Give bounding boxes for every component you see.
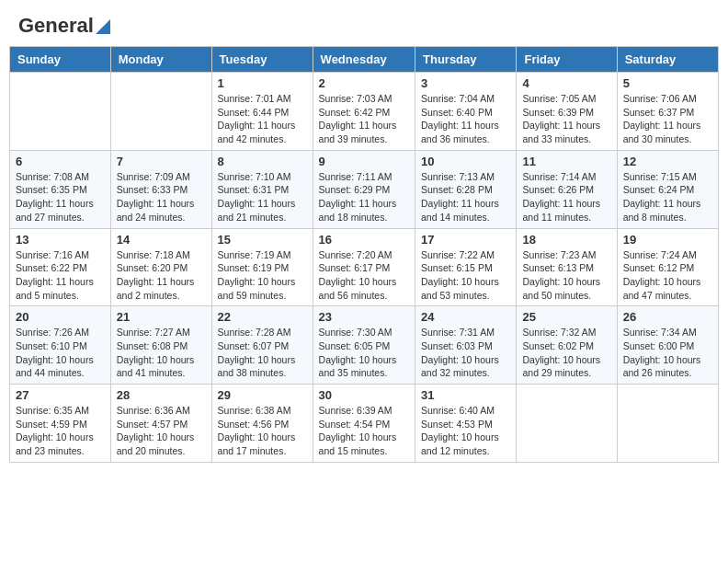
calendar-header-row: SundayMondayTuesdayWednesdayThursdayFrid…	[10, 47, 719, 73]
calendar-cell: 29Sunrise: 6:38 AMSunset: 4:56 PMDayligh…	[211, 385, 313, 463]
header-monday: Monday	[110, 47, 211, 73]
day-number: 20	[16, 310, 105, 324]
day-info: Sunrise: 7:34 AMSunset: 6:00 PMDaylight:…	[623, 326, 712, 380]
calendar-cell: 24Sunrise: 7:31 AMSunset: 6:03 PMDayligh…	[415, 306, 517, 385]
day-number: 14	[117, 233, 206, 247]
day-info: Sunrise: 6:36 AMSunset: 4:57 PMDaylight:…	[117, 404, 206, 458]
header-friday: Friday	[517, 47, 617, 73]
day-info: Sunrise: 7:23 AMSunset: 6:13 PMDaylight:…	[522, 248, 610, 303]
calendar-cell: 12Sunrise: 7:15 AMSunset: 6:24 PMDayligh…	[617, 150, 718, 228]
calendar-cell: 20Sunrise: 7:26 AMSunset: 6:10 PMDayligh…	[10, 306, 111, 385]
day-info: Sunrise: 7:16 AMSunset: 6:22 PMDaylight:…	[16, 248, 105, 303]
day-number: 27	[16, 388, 105, 402]
day-info: Sunrise: 7:26 AMSunset: 6:10 PMDaylight:…	[16, 326, 105, 380]
calendar-cell: 3Sunrise: 7:04 AMSunset: 6:40 PMDaylight…	[415, 73, 517, 151]
day-info: Sunrise: 7:03 AMSunset: 6:42 PMDaylight:…	[319, 92, 409, 146]
day-number: 30	[319, 388, 409, 402]
calendar-cell: 30Sunrise: 6:39 AMSunset: 4:54 PMDayligh…	[313, 385, 415, 463]
day-number: 7	[117, 155, 206, 168]
day-number: 1	[218, 76, 307, 90]
day-info: Sunrise: 6:39 AMSunset: 4:54 PMDaylight:…	[319, 404, 409, 458]
header-thursday: Thursday	[415, 47, 517, 73]
day-info: Sunrise: 7:06 AMSunset: 6:37 PMDaylight:…	[623, 92, 712, 146]
day-number: 31	[421, 388, 510, 402]
calendar-cell: 10Sunrise: 7:13 AMSunset: 6:28 PMDayligh…	[415, 150, 517, 228]
day-number: 21	[117, 310, 206, 324]
calendar-cell: 2Sunrise: 7:03 AMSunset: 6:42 PMDaylight…	[313, 73, 415, 151]
header-sunday: Sunday	[10, 47, 111, 73]
calendar-cell: 7Sunrise: 7:09 AMSunset: 6:33 PMDaylight…	[110, 150, 211, 228]
day-info: Sunrise: 7:22 AMSunset: 6:15 PMDaylight:…	[421, 248, 510, 303]
svg-marker-0	[96, 19, 110, 34]
day-number: 9	[319, 155, 409, 168]
day-number: 8	[218, 155, 307, 168]
day-info: Sunrise: 7:15 AMSunset: 6:24 PMDaylight:…	[623, 170, 712, 224]
calendar-cell: 13Sunrise: 7:16 AMSunset: 6:22 PMDayligh…	[10, 228, 111, 306]
day-info: Sunrise: 7:08 AMSunset: 6:35 PMDaylight:…	[16, 170, 105, 224]
day-number: 28	[117, 388, 206, 402]
day-number: 17	[421, 233, 510, 247]
day-number: 22	[218, 310, 307, 324]
calendar-cell	[110, 73, 211, 151]
calendar-cell: 19Sunrise: 7:24 AMSunset: 6:12 PMDayligh…	[617, 228, 718, 306]
day-number: 16	[319, 233, 409, 247]
calendar-week-row: 13Sunrise: 7:16 AMSunset: 6:22 PMDayligh…	[10, 228, 719, 306]
day-info: Sunrise: 7:31 AMSunset: 6:03 PMDaylight:…	[421, 326, 510, 380]
calendar-cell: 1Sunrise: 7:01 AMSunset: 6:44 PMDaylight…	[211, 73, 313, 151]
logo-arrow	[96, 19, 110, 38]
day-number: 25	[522, 310, 610, 324]
day-info: Sunrise: 7:32 AMSunset: 6:02 PMDaylight:…	[522, 326, 610, 380]
day-info: Sunrise: 7:30 AMSunset: 6:05 PMDaylight:…	[319, 326, 409, 380]
calendar-cell: 21Sunrise: 7:27 AMSunset: 6:08 PMDayligh…	[110, 306, 211, 385]
calendar-cell: 17Sunrise: 7:22 AMSunset: 6:15 PMDayligh…	[415, 228, 517, 306]
day-info: Sunrise: 6:35 AMSunset: 4:59 PMDaylight:…	[16, 404, 105, 458]
day-number: 13	[16, 233, 105, 247]
day-info: Sunrise: 6:38 AMSunset: 4:56 PMDaylight:…	[218, 404, 307, 458]
calendar-cell: 8Sunrise: 7:10 AMSunset: 6:31 PMDaylight…	[211, 150, 313, 228]
day-number: 29	[218, 388, 307, 402]
day-number: 18	[522, 233, 610, 247]
day-info: Sunrise: 7:11 AMSunset: 6:29 PMDaylight:…	[319, 170, 409, 224]
calendar-cell: 5Sunrise: 7:06 AMSunset: 6:37 PMDaylight…	[617, 73, 718, 151]
day-info: Sunrise: 6:40 AMSunset: 4:53 PMDaylight:…	[421, 404, 510, 458]
calendar-table: SundayMondayTuesdayWednesdayThursdayFrid…	[9, 46, 719, 463]
calendar-cell: 6Sunrise: 7:08 AMSunset: 6:35 PMDaylight…	[10, 150, 111, 228]
day-info: Sunrise: 7:04 AMSunset: 6:40 PMDaylight:…	[421, 92, 510, 146]
header-wednesday: Wednesday	[313, 47, 415, 73]
day-number: 26	[623, 310, 712, 324]
day-info: Sunrise: 7:27 AMSunset: 6:08 PMDaylight:…	[117, 326, 206, 380]
day-number: 10	[421, 155, 510, 168]
day-info: Sunrise: 7:13 AMSunset: 6:28 PMDaylight:…	[421, 170, 510, 224]
day-number: 11	[522, 155, 610, 168]
calendar-cell: 23Sunrise: 7:30 AMSunset: 6:05 PMDayligh…	[313, 306, 415, 385]
calendar-cell: 15Sunrise: 7:19 AMSunset: 6:19 PMDayligh…	[211, 228, 313, 306]
logo: General	[18, 14, 110, 34]
calendar-cell	[617, 385, 718, 463]
calendar-week-row: 20Sunrise: 7:26 AMSunset: 6:10 PMDayligh…	[10, 306, 719, 385]
day-number: 15	[218, 233, 307, 247]
header-saturday: Saturday	[617, 47, 718, 73]
calendar-cell: 11Sunrise: 7:14 AMSunset: 6:26 PMDayligh…	[517, 150, 617, 228]
calendar-cell: 28Sunrise: 6:36 AMSunset: 4:57 PMDayligh…	[110, 385, 211, 463]
logo-text: General	[18, 14, 110, 38]
day-number: 2	[319, 76, 409, 90]
day-info: Sunrise: 7:24 AMSunset: 6:12 PMDaylight:…	[623, 248, 712, 303]
day-info: Sunrise: 7:05 AMSunset: 6:39 PMDaylight:…	[522, 92, 610, 146]
calendar-week-row: 6Sunrise: 7:08 AMSunset: 6:35 PMDaylight…	[10, 150, 719, 228]
header-tuesday: Tuesday	[211, 47, 313, 73]
day-info: Sunrise: 7:09 AMSunset: 6:33 PMDaylight:…	[117, 170, 206, 224]
calendar-cell: 16Sunrise: 7:20 AMSunset: 6:17 PMDayligh…	[313, 228, 415, 306]
day-number: 6	[16, 155, 105, 168]
day-info: Sunrise: 7:18 AMSunset: 6:20 PMDaylight:…	[117, 248, 206, 303]
page-header: General	[9, 9, 719, 39]
calendar-cell: 4Sunrise: 7:05 AMSunset: 6:39 PMDaylight…	[517, 73, 617, 151]
calendar-cell: 22Sunrise: 7:28 AMSunset: 6:07 PMDayligh…	[211, 306, 313, 385]
calendar-cell	[10, 73, 111, 151]
day-number: 23	[319, 310, 409, 324]
calendar-cell: 26Sunrise: 7:34 AMSunset: 6:00 PMDayligh…	[617, 306, 718, 385]
calendar-cell: 27Sunrise: 6:35 AMSunset: 4:59 PMDayligh…	[10, 385, 111, 463]
day-info: Sunrise: 7:28 AMSunset: 6:07 PMDaylight:…	[218, 326, 307, 380]
calendar-cell: 9Sunrise: 7:11 AMSunset: 6:29 PMDaylight…	[313, 150, 415, 228]
calendar-week-row: 27Sunrise: 6:35 AMSunset: 4:59 PMDayligh…	[10, 385, 719, 463]
calendar-cell: 18Sunrise: 7:23 AMSunset: 6:13 PMDayligh…	[517, 228, 617, 306]
